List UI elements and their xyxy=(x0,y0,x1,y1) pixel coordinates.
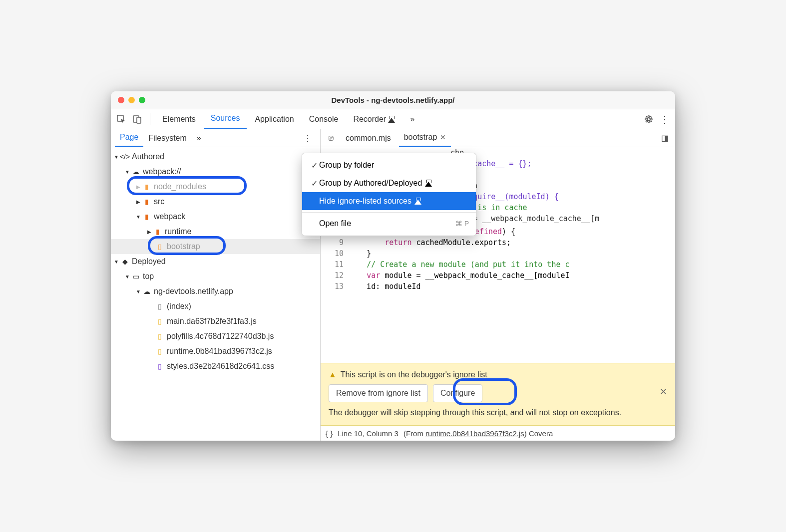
context-menu: ✓Group by folder ✓Group by Authored/Depl… xyxy=(302,153,476,236)
tree-webpack-folder[interactable]: ▼▮webpack xyxy=(111,209,320,224)
tree-file-main[interactable]: ▯main.da63f7b2fe3f1fa3.js xyxy=(111,314,320,329)
sidebar: Page Filesystem » ⋮ ▼</>Authored ▼☁webpa… xyxy=(111,129,321,441)
sidebar-tab-filesystem[interactable]: Filesystem xyxy=(143,129,191,147)
tree-file-styles[interactable]: ▯styles.d3e2b24618d2c641.css xyxy=(111,359,320,374)
cloud-icon: ☁ xyxy=(131,168,141,176)
zoom-dot[interactable] xyxy=(139,97,145,103)
menu-separator xyxy=(302,212,476,213)
close-dot[interactable] xyxy=(118,97,124,103)
tree-label: webpack:// xyxy=(143,167,181,176)
menu-group-folder[interactable]: ✓Group by folder xyxy=(302,156,476,174)
tree-file-polyfills[interactable]: ▯polyfills.4c768d7122740d3b.js xyxy=(111,329,320,344)
tree-top[interactable]: ▼▭top xyxy=(111,269,320,284)
menu-shortcut: ⌘ P xyxy=(455,220,469,228)
svg-rect-2 xyxy=(137,117,141,123)
code-icon: </> xyxy=(120,153,130,161)
tree-file-index[interactable]: ▯(index) xyxy=(111,299,320,314)
line-no: 11 xyxy=(321,259,349,270)
menu-group-authored[interactable]: ✓Group by Authored/Deployed xyxy=(302,174,476,192)
tree-label: ng-devtools.netlify.app xyxy=(154,287,233,296)
editor-tabs: ⎚ common.mjs bootstrap✕ ◨ xyxy=(321,129,675,147)
folder-icon: ▮ xyxy=(142,198,152,206)
status-from: (From runtime.0b841bad3967f3c2.js) Cover… xyxy=(403,429,553,438)
menu-label: Open file xyxy=(319,219,351,228)
window-icon: ▭ xyxy=(131,272,141,280)
device-toggle-icon[interactable] xyxy=(130,112,145,127)
file-icon: ▯ xyxy=(155,347,165,355)
tab-sources[interactable]: Sources xyxy=(204,109,247,129)
toggle-navigator-icon[interactable]: ⎚ xyxy=(325,132,338,145)
tab-recorder[interactable]: Recorder xyxy=(346,109,402,129)
file-icon: ▯ xyxy=(155,243,165,251)
infobar-body: The debugger will skip stepping through … xyxy=(329,408,667,417)
menu-label: Group by Authored/Deployed xyxy=(319,179,422,188)
gear-icon[interactable] xyxy=(641,112,656,127)
tree-runtime[interactable]: ▶▮runtime xyxy=(111,224,320,239)
sidebar-tabs: Page Filesystem » ⋮ xyxy=(111,129,320,147)
configure-button[interactable]: Configure xyxy=(433,384,482,402)
editor-tab-bootstrap[interactable]: bootstrap✕ xyxy=(399,129,451,147)
tree-deployed[interactable]: ▼◆Deployed xyxy=(111,254,320,269)
remove-ignore-button[interactable]: Remove from ignore list xyxy=(329,384,428,402)
kebab-menu-icon[interactable]: ⋮ xyxy=(657,112,672,127)
tok: id: moduleId xyxy=(349,282,421,291)
tree-file-runtime[interactable]: ▯runtime.0b841bad3967f3c2.js xyxy=(111,344,320,359)
tree-authored[interactable]: ▼</>Authored xyxy=(111,149,320,164)
status-from-link[interactable]: runtime.0b841bad3967f3c2.js xyxy=(425,429,524,438)
inspect-icon[interactable] xyxy=(114,112,129,127)
tree-label: main.da63f7b2fe3f1fa3.js xyxy=(167,317,257,326)
tree-src[interactable]: ▶▮src xyxy=(111,194,320,209)
tree-label: bootstrap xyxy=(167,242,200,251)
tok: // Create a new module (and put it into … xyxy=(367,260,569,269)
folder-icon: ▮ xyxy=(142,183,152,191)
status-bar: { } Line 10, Column 3 (From runtime.0b84… xyxy=(321,426,675,441)
menu-hide-ignored[interactable]: Hide ignore-listed sources xyxy=(302,192,476,210)
titlebar: DevTools - ng-devtools.netlify.app/ xyxy=(111,91,675,109)
main-toolbar: Elements Sources Application Console Rec… xyxy=(111,109,675,129)
sidebar-tab-overflow[interactable]: » xyxy=(192,129,206,147)
menu-label: Hide ignore-listed sources xyxy=(319,197,411,206)
sidebar-tab-page[interactable]: Page xyxy=(115,129,143,147)
tab-console[interactable]: Console xyxy=(302,109,346,129)
tree-label: Authored xyxy=(132,152,164,161)
line-no: 9 xyxy=(321,237,349,248)
infobar-title: This script is on the debugger's ignore … xyxy=(341,370,487,379)
editor-tab-common[interactable]: common.mjs xyxy=(341,129,396,147)
close-icon[interactable]: ✕ xyxy=(440,133,446,141)
tree-bootstrap[interactable]: ▯bootstrap xyxy=(111,239,320,254)
tab-application[interactable]: Application xyxy=(248,109,301,129)
toggle-debugger-icon[interactable]: ◨ xyxy=(658,132,671,145)
tree-webpack[interactable]: ▼☁webpack:// xyxy=(111,164,320,179)
flask-icon xyxy=(388,116,395,123)
menu-label: Group by folder xyxy=(319,161,374,170)
menu-open-file[interactable]: Open file⌘ P xyxy=(302,215,476,233)
file-tree: ▼</>Authored ▼☁webpack:// ▶▮node_modules… xyxy=(111,147,320,441)
folder-icon: ▮ xyxy=(142,213,152,221)
tree-label: node_modules xyxy=(154,182,206,191)
sidebar-more-icon[interactable]: ⋮ xyxy=(299,131,316,146)
traffic-lights xyxy=(118,97,145,103)
pretty-print-icon[interactable]: { } xyxy=(326,429,333,438)
tok: module = __webpack_module_cache__[module… xyxy=(380,271,569,280)
tree-label: runtime.0b841bad3967f3c2.js xyxy=(167,347,272,356)
flask-icon xyxy=(425,180,432,187)
tree-domain[interactable]: ▼☁ng-devtools.netlify.app xyxy=(111,284,320,299)
tab-recorder-label: Recorder xyxy=(353,115,386,124)
tab-elements[interactable]: Elements xyxy=(155,109,203,129)
tree-label: src xyxy=(154,197,164,206)
tree-label: (index) xyxy=(167,302,191,311)
cursor-position: Line 10, Column 3 xyxy=(338,429,398,438)
tree-label: Deployed xyxy=(132,257,166,266)
gutter: 8 9 10 11 12 13 xyxy=(321,224,349,363)
file-icon: ▯ xyxy=(155,302,165,310)
editor-tab-label: bootstrap xyxy=(404,133,437,142)
tree-label: styles.d3e2b24618d2c641.css xyxy=(167,362,274,371)
tok: var xyxy=(367,271,380,280)
tree-label: webpack xyxy=(154,212,185,221)
minimize-dot[interactable] xyxy=(128,97,135,103)
file-icon: ▯ xyxy=(155,317,165,325)
tab-overflow[interactable]: » xyxy=(403,109,421,129)
infobar-close-icon[interactable]: ✕ xyxy=(660,386,667,397)
window-title: DevTools - ng-devtools.netlify.app/ xyxy=(111,96,675,104)
tree-node-modules[interactable]: ▶▮node_modules xyxy=(111,179,320,194)
